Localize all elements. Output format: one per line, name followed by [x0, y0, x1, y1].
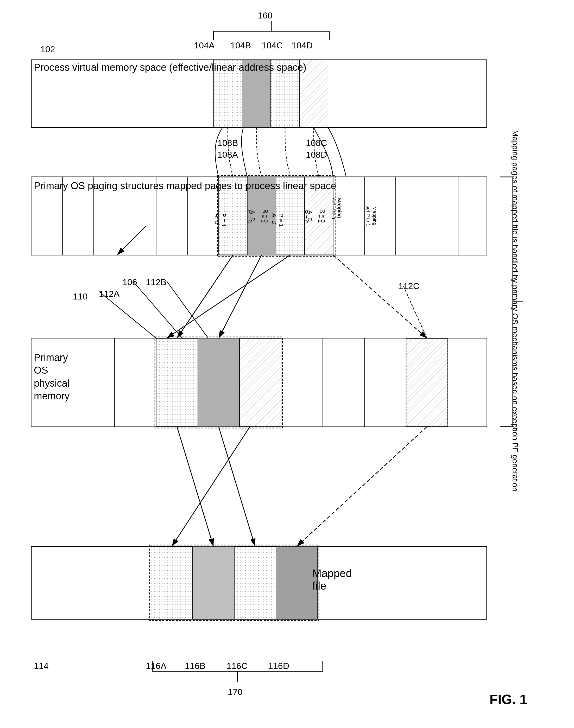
ref-104A: 104A [194, 40, 214, 50]
ref-112C: 112C [398, 281, 419, 291]
pte-p1-ad-1: P = 1A, D [213, 213, 227, 227]
pte-p1-ad-2: P = 1A, D [271, 213, 284, 227]
svg-line-70 [404, 286, 427, 338]
ref-106: 106 [122, 277, 137, 287]
ref-108D: 108D [306, 149, 327, 160]
svg-line-68 [133, 281, 182, 338]
diagram: P = 1 A, D P = 0 P = 1 A, D P = 0 Mappin… [0, 0, 574, 728]
ref-112B: 112B [146, 277, 166, 287]
ref-160: 160 [258, 10, 273, 20]
svg-line-61 [297, 427, 427, 546]
primary-os-physical-label: PrimaryOSphysicalmemory [34, 351, 70, 403]
svg-rect-38 [73, 338, 115, 427]
ref-112A: 112A [99, 289, 120, 299]
svg-rect-53 [276, 546, 318, 619]
svg-rect-47 [448, 338, 487, 427]
ref-116A: 116A [146, 661, 166, 671]
svg-text:set P to 1: set P to 1 [366, 206, 371, 226]
svg-rect-44 [323, 338, 364, 427]
svg-rect-45 [364, 338, 406, 427]
ref-104C: 104C [261, 40, 283, 50]
process-virtual-memory-label: Process virtual memory space (effective/… [34, 61, 306, 74]
svg-rect-52 [234, 546, 276, 619]
pte-p0-2: P = 0 [302, 210, 309, 223]
pte-mapping: Mappingset P to 1 [330, 198, 342, 220]
ref-116D: 116D [268, 661, 289, 671]
svg-rect-40 [156, 338, 198, 427]
svg-rect-41 [198, 338, 240, 427]
primary-os-paging-label: Primary OS paging structures mapped page… [34, 179, 336, 192]
svg-line-59 [219, 427, 255, 546]
ref-108C: 108C [306, 138, 327, 148]
ref-114: 114 [34, 661, 49, 671]
svg-line-57 [333, 255, 427, 338]
ref-170: 170 [228, 687, 243, 697]
svg-line-56 [167, 255, 290, 338]
pte-p0-1: P = 0 [246, 210, 253, 223]
svg-rect-24 [396, 177, 427, 255]
ref-108A: 108A [217, 149, 238, 160]
ref-104D: 104D [292, 40, 313, 50]
ref-102: 102 [40, 44, 55, 54]
svg-line-60 [172, 427, 250, 546]
svg-line-58 [177, 427, 213, 546]
svg-rect-39 [115, 338, 156, 427]
svg-rect-26 [458, 177, 487, 255]
side-annotation: Mapping pages of mapped file is handled … [510, 130, 521, 312]
svg-rect-25 [427, 177, 458, 255]
fig-label: FIG. 1 [490, 692, 527, 707]
svg-line-55 [219, 255, 261, 338]
svg-rect-42 [240, 338, 281, 427]
svg-line-69 [167, 281, 208, 338]
svg-text:P = 0: P = 0 [262, 209, 269, 223]
ref-110: 110 [73, 291, 88, 302]
svg-text:Mapping: Mapping [372, 207, 377, 225]
ref-108B: 108B [217, 138, 238, 148]
svg-rect-50 [151, 546, 193, 619]
ref-116C: 116C [227, 661, 248, 671]
svg-text:P = 0: P = 0 [320, 209, 326, 223]
mapped-file-label: Mappedfile [313, 567, 352, 592]
ref-116B: 116B [185, 661, 205, 671]
svg-rect-51 [193, 546, 234, 619]
ref-104B: 104B [231, 40, 251, 50]
svg-rect-46 [406, 338, 448, 427]
svg-rect-43 [281, 338, 323, 427]
